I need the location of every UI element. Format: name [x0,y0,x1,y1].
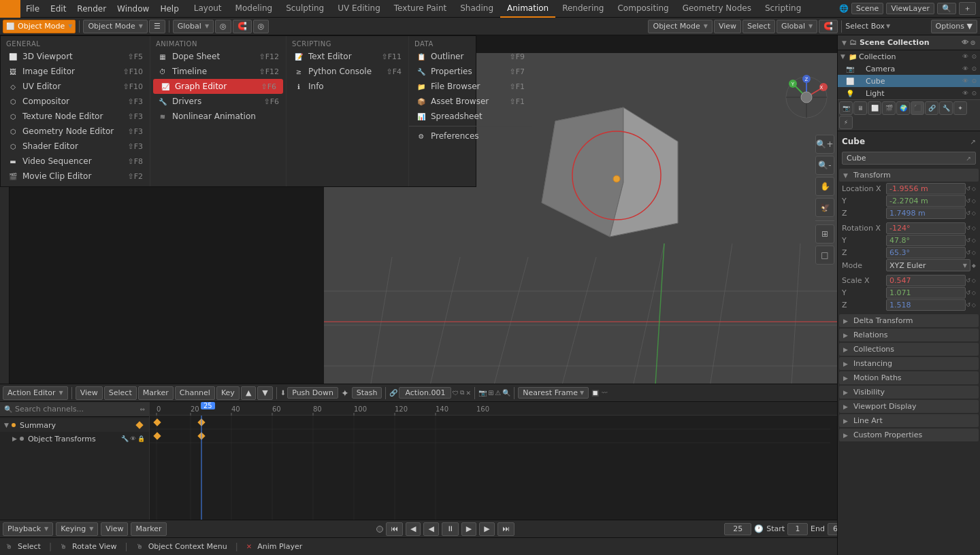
current-frame-field[interactable]: 25 [724,523,751,535]
tree-collection[interactable]: ▼ 📁 Collection 👁 ⊙ [838,50,980,63]
tree-camera[interactable]: 📷 Camera 👁 ⊙ [838,63,980,75]
rot-x-reset[interactable]: ↺ [966,225,970,231]
editor-type-btn[interactable]: ⬜ Object Mode ▼ [3,20,76,33]
scale-x-field[interactable]: 0.547 [886,275,966,286]
menu-uv-editor[interactable]: ◇ UV Editor ⇧F10 [1,79,150,94]
fly-navigate-btn[interactable]: 🦅 [815,198,834,217]
play-pause-btn[interactable]: ⏸ [442,522,459,536]
props-tab-modifiers[interactable]: 🔧 [939,101,953,115]
select-btn2[interactable]: Select [742,20,775,33]
menu-file[interactable]: File [20,0,45,18]
loc-y-keyframe[interactable]: ◇ [972,198,976,204]
ae-up-btn[interactable]: ▲ [241,386,256,400]
view-btn3[interactable]: View [101,522,128,536]
proportional-btn[interactable]: ◎ [253,20,270,33]
viewport-mode-btn[interactable]: Object Mode ▼ [648,20,712,33]
scale-y-reset[interactable]: ↺ [966,290,970,296]
keying-btn[interactable]: Keying ▼ [56,522,98,536]
props-tab-scene[interactable]: 🎬 [882,101,896,115]
header-options[interactable]: ☰ [149,20,165,33]
record-btn[interactable] [376,526,383,533]
global-local-btn[interactable]: Global ▼ [173,20,214,33]
loc-x-field[interactable]: -1.9556 m [886,183,966,195]
menu-graph-editor[interactable]: 📈 Graph Editor ⇧F6 [153,79,283,94]
object-name-field[interactable]: Cube ↗ [842,152,976,165]
loc-y-field[interactable]: -2.2704 m [886,195,966,207]
tree-light[interactable]: 💡 Light 👁 ⊙ [838,87,980,99]
rot-z-reset[interactable]: ↺ [966,250,970,256]
stash-btn[interactable]: Stash [352,387,382,399]
light-visibility[interactable]: 👁 [962,90,969,97]
scale-y-keyframe[interactable]: ◇ [972,290,976,296]
snap-btn[interactable]: 🧲 [233,20,252,33]
cube-render[interactable]: ⊙ [970,78,977,84]
zoom-in-btn[interactable]: 🔍+ [815,135,834,154]
loc-z-field[interactable]: 1.7498 m [886,207,966,219]
add-workspace-btn[interactable]: ＋ [959,2,976,15]
render-region-btn[interactable]: □ [815,246,834,265]
action-close-btn[interactable]: ✕ [466,390,471,397]
light-render[interactable]: ⊙ [970,90,977,97]
collection-restrict-btn[interactable]: ⊙ [970,39,976,46]
menu-outliner[interactable]: 📋 Outliner ⇧F9 [409,49,532,64]
scale-x-keyframe[interactable]: ◇ [972,278,976,284]
action-shield-btn[interactable]: 🛡 [453,390,459,397]
ae-channel-btn[interactable]: Channel [175,386,215,400]
ae-down-btn[interactable]: ▼ [257,386,272,400]
props-tab-output[interactable]: 🖥 [853,101,867,115]
menu-edit[interactable]: Edit [45,0,71,18]
menu-file-browser[interactable]: 📁 File Browser ⇧F1 [409,79,532,94]
menu-window[interactable]: Window [112,0,154,18]
menu-geometry-node-editor[interactable]: ⬡ Geometry Node Editor ⇧F3 [1,124,150,139]
menu-nonlinear-animation[interactable]: ≋ Nonlinear Animation [150,109,286,124]
ae-key-btn[interactable]: Key [216,386,240,400]
menu-text-editor[interactable]: 📝 Text Editor ⇧F11 [287,49,408,64]
jump-start-btn[interactable]: ⏮ [386,522,403,536]
playback-btn[interactable]: Playback ▼ [3,522,53,536]
menu-info[interactable]: ℹ Info [287,79,408,94]
menu-render[interactable]: Render [71,0,112,18]
channel-object-transforms[interactable]: ▶ Object Transforms 🔧 👁 🔒 [0,432,149,445]
rot-x-keyframe[interactable]: ◇ [972,225,976,231]
line-art-title[interactable]: ▶ Line Art [839,414,979,427]
props-tab-world[interactable]: 🌍 [896,101,910,115]
tree-cube[interactable]: ⬜ Cube 👁 ⊙ [838,75,980,87]
props-tab-particles[interactable]: ✦ [953,101,967,115]
ae-view-btn[interactable]: View [76,386,103,400]
rot-x-field[interactable]: -124° [886,222,966,234]
delta-transform-title[interactable]: ▶ Delta Transform [839,314,979,327]
action-name-field[interactable]: Action.001 [399,387,451,399]
zoom-out-btn[interactable]: 🔍- [815,156,834,175]
pan-btn[interactable]: ✋ [815,177,834,196]
loc-x-keyframe[interactable]: ◇ [972,186,976,192]
collection-render[interactable]: ⊙ [970,53,977,60]
start-frame-field[interactable]: 1 [787,523,808,535]
tab-sculpting[interactable]: Sculpting [279,0,331,18]
next-frame-btn[interactable]: ▶ [461,522,476,536]
rot-z-keyframe[interactable]: ◇ [972,250,976,256]
rot-y-reset[interactable]: ↺ [966,237,970,243]
loc-z-reset[interactable]: ↺ [966,210,970,216]
tab-compositing[interactable]: Compositing [610,0,675,18]
relations-title[interactable]: ▶ Relations [839,329,979,341]
ae-marker-btn[interactable]: Marker [138,386,174,400]
channel-icon-eye[interactable]: 👁 [130,435,136,442]
cube-visibility[interactable]: 👁 [962,78,969,84]
menu-movie-clip-editor[interactable]: 🎬 Movie Clip Editor ⇧F2 [1,169,150,184]
search-btn[interactable]: 🔍 [937,3,956,14]
props-tab-constraints[interactable]: 🔗 [925,101,938,115]
channel-icon-wrench[interactable]: 🔧 [121,435,129,442]
snap-btn2[interactable]: 🧲 [819,20,838,33]
global-btn2[interactable]: Global ▼ [777,20,817,33]
loc-x-reset[interactable]: ↺ [966,186,970,192]
jump-end-btn[interactable]: ⏭ [497,522,514,536]
scale-x-reset[interactable]: ↺ [966,278,970,284]
tab-uv-editing[interactable]: UV Editing [331,0,387,18]
tab-rendering[interactable]: Rendering [555,0,610,18]
local-view-btn[interactable]: ⊞ [815,224,834,243]
menu-drivers[interactable]: 🔧 Drivers ⇧F6 [150,94,286,109]
pivot-btn[interactable]: ◎ [215,20,231,33]
collection-visibility[interactable]: 👁 [962,53,969,60]
tab-shading[interactable]: Shading [453,0,500,18]
menu-compositor[interactable]: ⬡ Compositor ⇧F3 [1,94,150,109]
